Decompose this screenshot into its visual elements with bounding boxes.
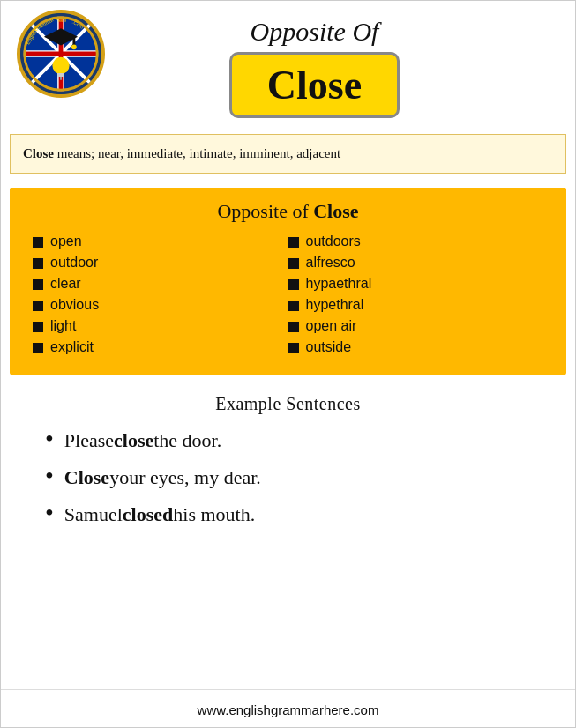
sentence-bold: closed (123, 503, 173, 526)
list-item: open air (288, 318, 544, 334)
examples-section: Example Sentences Please close the door.… (1, 382, 575, 543)
bullet-icon (288, 258, 299, 269)
svg-text:Here: Here (56, 18, 66, 23)
bullet-icon (33, 301, 43, 311)
item-text: open (50, 234, 82, 249)
example-sentence-2: Close your eyes, my dear. (45, 462, 557, 490)
list-item: outside (288, 339, 544, 355)
sentence-post: your eyes, my dear. (109, 466, 261, 489)
opposite-section-title: Opposite of Close (24, 200, 552, 223)
example-sentence-1: Please close the door. (45, 425, 557, 453)
main-word: Close (267, 63, 362, 108)
list-item: hypethral (288, 297, 544, 313)
footer-url: www.englishgrammarhere.com (198, 702, 379, 717)
item-text: explicit (50, 339, 94, 355)
item-text: hypethral (306, 297, 364, 313)
bullet-icon (33, 258, 43, 269)
header: English Grammar Here .Com Opposite Of Cl… (1, 1, 575, 127)
svg-point-10 (71, 44, 77, 49)
left-column: open outdoor clear obvious light explici… (33, 234, 288, 360)
bullet-icon (288, 237, 299, 248)
sentence-bold: Close (64, 466, 109, 489)
item-text: clear (50, 276, 81, 292)
examples-title: Example Sentences (19, 394, 557, 414)
bullet-icon (288, 322, 299, 332)
sentence-pre: Please (64, 429, 114, 452)
sentence-pre: Samuel (64, 503, 123, 526)
list-item: clear (33, 276, 288, 292)
opposite-title-normal: Opposite of (217, 200, 313, 222)
item-text: outdoor (50, 255, 98, 271)
list-item: outdoor (33, 255, 288, 271)
logo: English Grammar Here .Com (17, 10, 105, 98)
sentence-post: his mouth. (173, 503, 255, 526)
bullet-icon (288, 279, 299, 290)
item-text: alfresco (306, 255, 355, 271)
opposites-columns: open outdoor clear obvious light explici… (24, 234, 552, 360)
sentence-post: the door. (153, 429, 221, 452)
definition-text: means; near, immediate, intimate, immine… (54, 146, 340, 160)
item-text: outdoors (306, 234, 361, 249)
svg-point-11 (52, 57, 69, 74)
bullet-icon (288, 301, 299, 311)
definition-word: Close (23, 146, 54, 160)
item-text: hypaethral (306, 276, 372, 292)
opposite-title-bold: Close (313, 200, 358, 222)
svg-rect-12 (57, 73, 64, 77)
list-item: obvious (33, 297, 288, 313)
example-sentence-3: Samuel closed his mouth. (45, 499, 557, 527)
list-item: hypaethral (288, 276, 544, 292)
list-item: open (33, 234, 288, 249)
word-badge: Close (229, 52, 400, 118)
item-text: open air (306, 318, 357, 334)
bullet-icon (33, 343, 43, 353)
right-column: outdoors alfresco hypaethral hypethral o… (288, 234, 544, 360)
title-area: Opposite Of Close (71, 17, 557, 118)
item-text: light (50, 318, 76, 334)
page-wrapper: English Grammar Here .Com Opposite Of Cl… (0, 0, 576, 728)
bullet-icon (288, 343, 299, 353)
list-item: alfresco (288, 255, 544, 271)
list-item: light (33, 318, 288, 334)
examples-list: Please close the door. Close your eyes, … (19, 425, 557, 527)
page-title: Opposite Of (251, 17, 379, 47)
footer: www.englishgrammarhere.com (1, 689, 575, 727)
item-text: outside (306, 339, 352, 355)
bullet-icon (33, 279, 43, 290)
list-item: outdoors (288, 234, 544, 249)
bullet-icon (33, 322, 43, 332)
definition-box: Close means; near, immediate, intimate, … (10, 134, 566, 174)
list-item: explicit (33, 339, 288, 355)
item-text: obvious (50, 297, 99, 313)
opposite-section: Opposite of Close open outdoor clear obv… (10, 188, 566, 375)
sentence-bold: close (114, 429, 153, 452)
bullet-icon (33, 237, 43, 248)
